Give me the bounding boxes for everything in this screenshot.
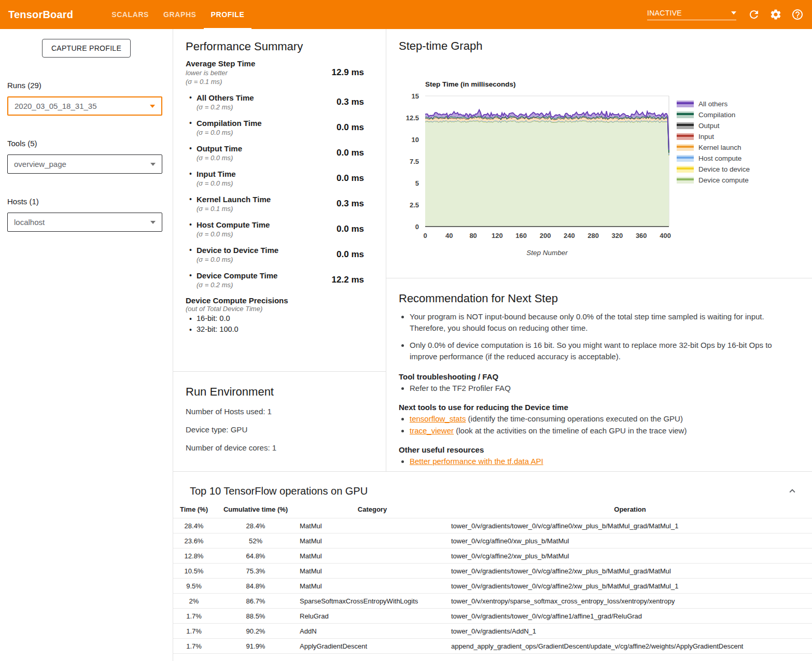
next-tools-heading: Next tools to use for reducing the Devic… xyxy=(399,403,791,412)
legend-item: All others xyxy=(677,99,750,109)
svg-text:200: 200 xyxy=(540,232,551,240)
svg-text:2.5: 2.5 xyxy=(410,201,419,209)
table-row: 2%86.7%SparseSoftmaxCrossEntropyWithLogi… xyxy=(173,594,812,609)
hosts-select[interactable]: localhost xyxy=(7,213,162,232)
table-row: 12.8%64.8%MatMultower_0/v/cg/affine2/xw_… xyxy=(173,549,812,564)
tools-select[interactable]: overview_page xyxy=(7,154,162,174)
precision-item: • 32-bit: 100.0 xyxy=(186,325,373,335)
chevron-down-icon xyxy=(150,105,155,108)
svg-text:120: 120 xyxy=(492,232,503,240)
legend-label: Input xyxy=(698,133,714,140)
table-row: 1.7%88.5%ReluGradtower_0/v/gradients/tow… xyxy=(173,609,812,624)
recommendation-bullet: Only 0.0% of device computation is 16 bi… xyxy=(410,340,791,362)
next-tools-list: tensorflow_stats (identify the time-cons… xyxy=(399,414,791,435)
hosts-label: Hosts (1) xyxy=(7,197,173,206)
metric-row: • Device Compute Time (σ = 0.2 ms) 12.2 … xyxy=(186,271,373,289)
svg-text:40: 40 xyxy=(445,232,453,240)
trace-viewer-link[interactable]: trace_viewer xyxy=(410,426,454,435)
metric-label: Host Compute Time xyxy=(197,220,311,230)
bullet-icon: • xyxy=(189,93,197,102)
run-environment-title: Run Environment xyxy=(186,385,373,399)
refresh-icon[interactable] xyxy=(748,8,760,21)
legend-label: Device to device xyxy=(698,165,750,173)
metric-sigma: (σ = 0.0 ms) xyxy=(197,255,311,264)
gear-icon[interactable] xyxy=(769,8,782,21)
chevron-down-icon xyxy=(150,163,156,166)
col-header-cumulative: Cumulative time (%) xyxy=(215,505,297,518)
legend-label: Compilation xyxy=(698,111,735,119)
legend-item: Input xyxy=(677,131,750,142)
tool-bullet: tensorflow_stats (identify the time-cons… xyxy=(410,414,791,424)
metric-sigma: (σ = 0.2 ms) xyxy=(197,103,311,111)
legend-swatch xyxy=(677,166,694,173)
resource-bullet: Better performance with the tf.data API xyxy=(410,456,791,466)
metric-note: lower is better xyxy=(186,68,311,77)
run-environment-card: Run Environment Number of Hosts used: 1 … xyxy=(173,372,386,453)
faq-list: Refer to the TF2 Profiler FAQ xyxy=(399,383,791,393)
table-header-row: Time (%) Cumulative time (%) Category Op… xyxy=(173,505,812,518)
main-content: Performance Summary Average Step Time lo… xyxy=(173,29,812,661)
metric-row: • Input Time (σ = 0.0 ms) 0.0 ms xyxy=(186,169,373,188)
table-row: 9.5%84.8%MatMultower_0/v/gradients/tower… xyxy=(173,579,812,594)
help-icon[interactable] xyxy=(791,8,804,21)
reload-status-dropdown[interactable]: INACTIVE xyxy=(647,9,736,20)
svg-text:Step Number: Step Number xyxy=(526,249,568,257)
legend-item: Output xyxy=(677,120,750,131)
metric-value: 12.9 ms xyxy=(311,67,373,78)
env-line: Device type: GPU xyxy=(186,425,373,434)
app-bar: TensorBoard SCALARS GRAPHS PROFILE INACT… xyxy=(0,0,812,29)
metric-label: Device to Device Time xyxy=(197,245,311,255)
tfdata-performance-link[interactable]: Better performance with the tf.data API xyxy=(410,457,543,466)
bullet-icon: • xyxy=(189,144,197,152)
bullet-icon: • xyxy=(189,220,197,229)
bullet-icon: • xyxy=(189,271,197,279)
svg-text:12.5: 12.5 xyxy=(406,114,419,122)
metric-row: • Compilation Time (σ = 0.0 ms) 0.0 ms xyxy=(186,118,373,137)
tools-select-value: overview_page xyxy=(14,160,66,168)
tab-graphs[interactable]: GRAPHS xyxy=(156,0,204,29)
runs-select-value: 2020_03_05_18_31_35 xyxy=(15,102,97,110)
legend-swatch xyxy=(677,122,694,129)
metric-value: 0.0 ms xyxy=(311,173,373,184)
table-row: 28.4%28.4%MatMultower_0/v/gradients/towe… xyxy=(173,518,812,533)
chevron-down-icon xyxy=(731,11,736,15)
metric-label: Compilation Time xyxy=(197,118,311,128)
recommendation-card: Recommendation for Next Step Your progra… xyxy=(386,278,812,471)
runs-select[interactable]: 2020_03_05_18_31_35 xyxy=(7,96,162,116)
svg-text:400: 400 xyxy=(660,232,671,240)
legend-label: Output xyxy=(698,122,720,130)
legend-swatch xyxy=(677,101,694,107)
col-header-category: Category xyxy=(297,505,448,518)
metric-sigma: (σ = 0.0 ms) xyxy=(197,153,311,162)
metric-label: Kernel Launch Time xyxy=(197,194,311,204)
tab-profile[interactable]: PROFILE xyxy=(204,0,252,29)
top-ops-section: Top 10 TensorFlow operations on GPU Time… xyxy=(173,472,812,654)
bullet-icon: • xyxy=(189,169,197,178)
svg-text:0: 0 xyxy=(423,232,427,240)
average-step-time-row: Average Step Time lower is better (σ = 0… xyxy=(186,59,373,86)
legend-label: All others xyxy=(698,100,727,108)
recommendation-title: Recommendation for Next Step xyxy=(399,292,791,305)
svg-text:160: 160 xyxy=(515,232,527,240)
legend-label: Device compute xyxy=(698,176,749,184)
precisions-note: (out of Total Device Time) xyxy=(186,305,373,313)
bullet-icon: • xyxy=(189,194,197,203)
metric-label: Device Compute Time xyxy=(197,271,311,280)
svg-text:280: 280 xyxy=(587,232,599,240)
tab-scalars[interactable]: SCALARS xyxy=(104,0,156,29)
capture-profile-button[interactable]: CAPTURE PROFILE xyxy=(42,39,131,58)
graph-column: Step-time Graph 02.557.51012.51504080120… xyxy=(386,29,812,471)
tensorflow-stats-link[interactable]: tensorflow_stats xyxy=(410,414,466,423)
legend-swatch xyxy=(677,133,694,140)
svg-text:360: 360 xyxy=(636,232,647,240)
metric-value: 0.0 ms xyxy=(311,224,373,234)
svg-text:Step Time (in milliseconds): Step Time (in milliseconds) xyxy=(425,80,516,88)
performance-summary-card: Performance Summary Average Step Time lo… xyxy=(173,29,386,372)
step-time-graph-title: Step-time Graph xyxy=(399,39,482,53)
collapse-section-button[interactable] xyxy=(786,485,799,498)
svg-text:10: 10 xyxy=(412,136,419,144)
faq-bullet: Refer to the TF2 Profiler FAQ xyxy=(410,383,791,393)
table-row: 1.7%90.2%AddNtower_0/v/gradients/AddN_1 xyxy=(173,624,812,639)
metric-value: 0.3 ms xyxy=(311,97,373,107)
env-line: Number of device cores: 1 xyxy=(186,443,373,453)
